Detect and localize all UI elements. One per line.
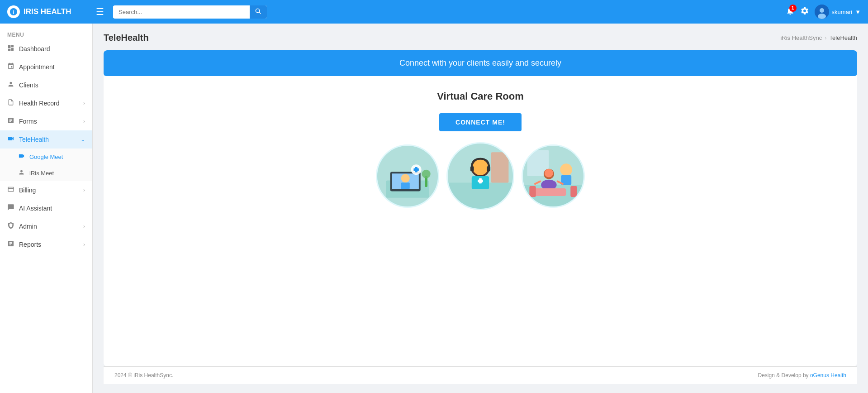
notification-button[interactable]: 1: [786, 6, 795, 18]
chevron-down-icon: ⌄: [81, 136, 85, 143]
svg-point-2: [256, 9, 259, 12]
telehealth-submenu: Google Meet iRis Meet: [0, 149, 92, 181]
sidebar-item-label: Appointment: [19, 63, 55, 71]
svg-rect-14: [401, 182, 410, 189]
footer: 2024 © iRis HealthSync. Design & Develop…: [104, 366, 857, 384]
svg-rect-39: [529, 186, 536, 197]
page-header: TeleHealth iRis HealthSync › TeleHealth: [104, 33, 857, 43]
sidebar-item-dashboard[interactable]: Dashboard: [0, 40, 92, 58]
svg-line-3: [259, 12, 261, 14]
reports-icon: [7, 240, 14, 249]
user-name-label: skumari: [832, 9, 853, 15]
sidebar-menu-label: Menu: [0, 27, 92, 40]
health-record-icon: [7, 99, 14, 108]
sidebar-subitem-label: Google Meet: [29, 153, 63, 160]
chevron-right-icon: ›: [83, 241, 85, 248]
chevron-right-icon: ›: [83, 187, 85, 193]
sidebar-item-label: Dashboard: [19, 45, 50, 53]
sidebar-item-label: Admin: [19, 223, 37, 230]
chevron-right-icon: ›: [83, 118, 85, 125]
footer-copyright: 2024 © iRis HealthSync.: [114, 372, 173, 379]
sidebar-item-forms[interactable]: Forms ›: [0, 112, 92, 130]
svg-point-34: [545, 169, 553, 177]
svg-point-10: [422, 170, 431, 178]
top-navigation: i IRIS HEALTH ☰ 1: [0, 0, 868, 24]
sidebar-item-health-record[interactable]: Health Record ›: [0, 94, 92, 112]
settings-button[interactable]: [800, 6, 809, 18]
appointment-icon: [7, 62, 14, 72]
sidebar-item-label: Forms: [19, 118, 37, 125]
ai-assistant-icon: [7, 204, 14, 213]
breadcrumb: iRis HealthSync › TeleHealth: [780, 34, 857, 41]
footer-link[interactable]: oGenus Health: [810, 372, 846, 379]
virtual-care-card: Virtual Care Room CONNECT ME!: [104, 76, 857, 366]
sidebar-item-label: Clients: [19, 81, 38, 89]
telehealth-images: [376, 142, 585, 210]
main-content: TeleHealth iRis HealthSync › TeleHealth …: [93, 24, 868, 393]
hamburger-button[interactable]: ☰: [96, 6, 104, 17]
svg-rect-40: [570, 186, 577, 197]
app-logo: i IRIS HEALTH: [7, 5, 89, 18]
user-menu-button[interactable]: skumari ▼: [815, 5, 861, 19]
svg-rect-38: [531, 188, 566, 196]
chevron-right-icon: ›: [83, 223, 85, 230]
sidebar: Menu Dashboard Appointment Clients: [0, 24, 93, 393]
sidebar-subitem-iris-meet[interactable]: iRis Meet: [0, 165, 92, 181]
footer-credit: Design & Develop by oGenus Health: [758, 372, 846, 379]
svg-point-5: [820, 8, 824, 13]
sidebar-item-appointment[interactable]: Appointment: [0, 58, 92, 76]
sidebar-item-reports[interactable]: Reports ›: [0, 235, 92, 254]
sidebar-item-label: TeleHealth: [19, 136, 49, 143]
sidebar-item-label: Reports: [19, 241, 41, 248]
sidebar-item-billing[interactable]: Billing ›: [0, 181, 92, 199]
connect-banner: Connect with your clients easily and sec…: [104, 50, 857, 76]
breadcrumb-parent[interactable]: iRis HealthSync: [780, 34, 822, 41]
iris-meet-icon: [18, 169, 25, 177]
logo-icon: i: [7, 5, 20, 18]
search-button[interactable]: [250, 5, 267, 19]
topnav-right: 1 skumari ▼: [786, 5, 861, 19]
virtual-care-title: Virtual Care Room: [437, 91, 524, 102]
main-layout: Menu Dashboard Appointment Clients: [0, 24, 868, 393]
notification-badge: 1: [789, 5, 797, 12]
svg-rect-20: [491, 152, 508, 182]
search-input[interactable]: [113, 6, 250, 18]
telehealth-icon: [7, 135, 14, 144]
sidebar-subitem-google-meet[interactable]: Google Meet: [0, 149, 92, 165]
svg-rect-27: [478, 180, 483, 182]
search-container: [113, 5, 267, 19]
sidebar-item-telehealth[interactable]: TeleHealth ⌄: [0, 130, 92, 149]
content-card: Connect with your clients easily and sec…: [104, 50, 857, 366]
connect-me-button[interactable]: CONNECT ME!: [439, 113, 522, 131]
chevron-right-icon: ›: [83, 100, 85, 106]
app-name: IRIS HEALTH: [24, 7, 71, 16]
svg-rect-17: [413, 168, 418, 171]
svg-text:i: i: [13, 10, 14, 15]
sidebar-item-ai-assistant[interactable]: AI Assistant: [0, 199, 92, 217]
sidebar-item-label: Billing: [19, 187, 36, 194]
svg-rect-23: [470, 166, 474, 172]
avatar: [815, 5, 829, 19]
sidebar-item-admin[interactable]: Admin ›: [0, 217, 92, 235]
page-title: TeleHealth: [104, 33, 149, 43]
svg-point-22: [473, 160, 489, 176]
sidebar-item-label: Health Record: [19, 100, 60, 107]
sidebar-item-label: AI Assistant: [19, 205, 52, 212]
user-dropdown-icon: ▼: [855, 9, 861, 15]
telehealth-image-2: [446, 142, 514, 210]
forms-icon: [7, 117, 14, 126]
admin-icon: [7, 222, 14, 231]
telehealth-image-3: [522, 144, 585, 208]
google-meet-icon: [18, 153, 25, 161]
breadcrumb-current: TeleHealth: [830, 34, 857, 41]
clients-icon: [7, 81, 14, 90]
billing-icon: [7, 186, 14, 195]
telehealth-image-1: [376, 144, 439, 208]
sidebar-item-clients[interactable]: Clients: [0, 76, 92, 94]
dashboard-icon: [7, 44, 14, 53]
svg-point-6: [818, 14, 826, 19]
svg-point-31: [560, 163, 572, 176]
svg-point-13: [401, 174, 410, 182]
breadcrumb-separator: ›: [825, 34, 826, 41]
sidebar-subitem-label: iRis Meet: [29, 170, 54, 177]
